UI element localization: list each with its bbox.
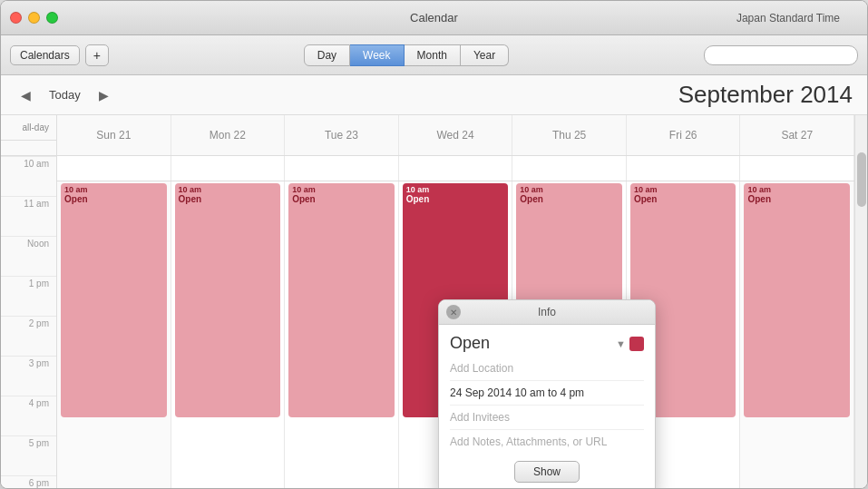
- event-tue[interactable]: 10 am Open: [288, 183, 395, 417]
- search-wrapper: 🔍: [704, 45, 858, 65]
- days-grid: 10 am Open 10 am Open 10 am Open: [57, 181, 854, 488]
- day-header-wed: Wed 24: [399, 115, 513, 155]
- event-title: Open: [292, 194, 391, 204]
- event-title: Open: [179, 194, 278, 204]
- day-header-thu: Thu 25: [512, 115, 627, 155]
- event-time: 10 am: [747, 185, 846, 194]
- time-slot-6pm: 6 pm: [1, 475, 56, 488]
- all-day-cell-wed: [399, 156, 513, 181]
- event-time: 10 am: [406, 185, 505, 194]
- all-day-cell-sun: [57, 156, 171, 181]
- all-day-cell-mon: [171, 156, 286, 181]
- toolbar-left: Calendars +: [10, 44, 109, 66]
- view-year-button[interactable]: Year: [461, 44, 509, 66]
- popup-location-field[interactable]: Add Location: [450, 357, 644, 381]
- popup-header-title: Info: [538, 306, 556, 318]
- time-slot-noon: Noon: [1, 236, 56, 276]
- popup-dropdown-arrow[interactable]: ▼: [616, 338, 626, 349]
- toolbar: Calendars + Day Week Month Year 🔍: [1, 35, 867, 75]
- popup-color-dot: [629, 337, 644, 351]
- maximize-button[interactable]: [46, 12, 58, 24]
- day-header-sat: Sat 27: [740, 115, 854, 155]
- all-day-row: [57, 156, 854, 181]
- view-month-button[interactable]: Month: [405, 44, 461, 66]
- days-area: Sun 21 Mon 22 Tue 23 Wed 24 Thu 25 Fri 2…: [57, 115, 854, 488]
- time-slot-1pm: 1 pm: [1, 276, 56, 316]
- calendar-body: all-day 10 am 11 am Noon 1 pm 2 pm 3 pm …: [1, 115, 867, 488]
- view-week-button[interactable]: Week: [350, 44, 404, 66]
- today-button[interactable]: Today: [45, 86, 84, 103]
- event-time: 10 am: [520, 185, 619, 194]
- window-controls: [10, 12, 58, 24]
- time-slot-4pm: 4 pm: [1, 396, 56, 435]
- all-day-label: all-day: [1, 115, 56, 141]
- day-header-mon: Mon 22: [171, 115, 286, 155]
- event-time: 10 am: [292, 185, 391, 194]
- all-day-cell-fri: [627, 156, 741, 181]
- time-header-spacer: all-day: [1, 115, 56, 156]
- close-button[interactable]: [10, 12, 22, 24]
- day-header-tue: Tue 23: [285, 115, 399, 155]
- popup-body: Open ▼ Add Location 24 Sep 2014 10 am to…: [439, 325, 655, 488]
- event-sat[interactable]: 10 am Open: [744, 183, 850, 417]
- all-day-cell-tue: [285, 156, 399, 181]
- nav-arrows: ◀ Today ▶: [15, 86, 114, 104]
- app-title: Calendar: [410, 11, 458, 24]
- popup-title-row: Open ▼: [450, 334, 644, 353]
- popup-close-button[interactable]: ✕: [446, 305, 461, 319]
- day-col-sun: 10 am Open: [57, 181, 171, 488]
- day-col-sat: 10 am Open: [740, 181, 854, 488]
- search-input[interactable]: [704, 45, 858, 65]
- day-headers: Sun 21 Mon 22 Tue 23 Wed 24 Thu 25 Fri 2…: [57, 115, 854, 156]
- day-col-mon: 10 am Open: [171, 181, 286, 488]
- all-day-cell-sat: [740, 156, 854, 181]
- event-time: 10 am: [179, 185, 278, 194]
- add-calendar-button[interactable]: +: [85, 44, 109, 66]
- titlebar: Calendar Japan Standard Time: [1, 1, 867, 35]
- popup-notes-field[interactable]: Add Notes, Attachments, or URL: [450, 430, 644, 454]
- time-slot-5pm: 5 pm: [1, 435, 56, 475]
- popup-invitees-field[interactable]: Add Invitees: [450, 406, 644, 430]
- navigation-bar: ◀ Today ▶ September 2014: [1, 75, 867, 115]
- time-column: all-day 10 am 11 am Noon 1 pm 2 pm 3 pm …: [1, 115, 57, 488]
- event-title: Open: [64, 194, 163, 204]
- event-time: 10 am: [634, 185, 733, 194]
- calendars-button[interactable]: Calendars: [10, 45, 80, 65]
- next-button[interactable]: ▶: [93, 86, 114, 104]
- info-popup: ✕ Info Open ▼ Add Location 24 Sep 2014 1…: [438, 299, 656, 488]
- timezone-label: Japan Standard Time: [736, 12, 840, 24]
- scrollbar-track: [854, 115, 867, 488]
- event-sun[interactable]: 10 am Open: [61, 183, 167, 417]
- scrollbar-thumb[interactable]: [857, 152, 866, 207]
- minimize-button[interactable]: [28, 12, 40, 24]
- event-mon[interactable]: 10 am Open: [175, 183, 281, 417]
- all-day-cell-thu: [512, 156, 627, 181]
- event-title: Open: [406, 194, 505, 204]
- event-title: Open: [520, 194, 619, 204]
- month-year-label: September 2014: [678, 81, 853, 109]
- time-slot-11am: 11 am: [1, 196, 56, 236]
- popup-event-title: Open: [450, 334, 616, 353]
- day-header-fri: Fri 26: [627, 115, 741, 155]
- event-time: 10 am: [64, 185, 163, 194]
- calendar-window: Calendar Japan Standard Time Calendars +…: [0, 0, 868, 489]
- event-title: Open: [634, 194, 733, 204]
- time-slots: 10 am 11 am Noon 1 pm 2 pm 3 pm 4 pm 5 p…: [1, 156, 56, 488]
- day-col-tue: 10 am Open: [285, 181, 399, 488]
- prev-button[interactable]: ◀: [15, 86, 36, 104]
- popup-show-button[interactable]: Show: [514, 461, 580, 483]
- popup-datetime-field: 24 Sep 2014 10 am to 4 pm: [450, 381, 644, 406]
- popup-header: ✕ Info: [439, 300, 655, 325]
- view-day-button[interactable]: Day: [304, 44, 350, 66]
- time-slot-10am: 10 am: [1, 156, 56, 196]
- time-slot-2pm: 2 pm: [1, 316, 56, 356]
- day-header-sun: Sun 21: [57, 115, 171, 155]
- view-switcher: Day Week Month Year: [304, 44, 509, 66]
- event-title: Open: [747, 194, 846, 204]
- time-slot-3pm: 3 pm: [1, 356, 56, 396]
